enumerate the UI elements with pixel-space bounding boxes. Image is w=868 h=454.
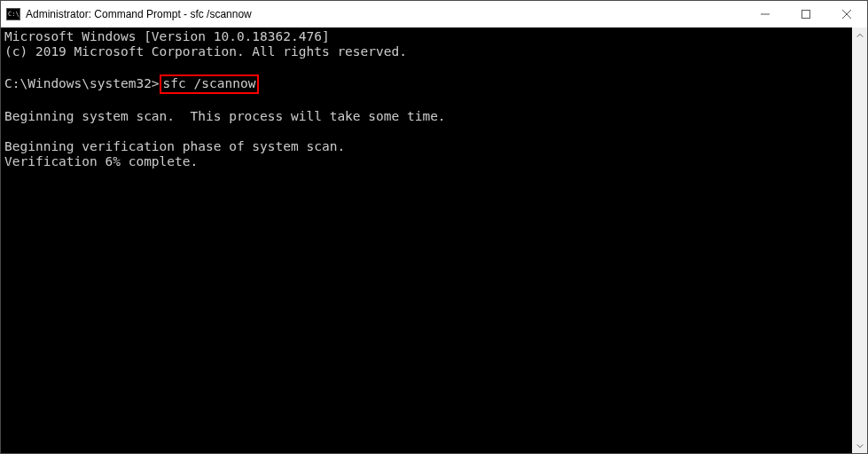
titlebar[interactable]: Administrator: Command Prompt - sfc /sca… — [1, 1, 867, 27]
svg-rect-1 — [802, 11, 810, 19]
client-area: Microsoft Windows [Version 10.0.18362.47… — [1, 27, 867, 453]
window-controls — [745, 1, 867, 27]
chevron-down-icon — [856, 442, 864, 450]
scroll-up-button[interactable] — [852, 27, 867, 43]
maximize-icon — [802, 10, 810, 19]
terminal-output[interactable]: Microsoft Windows [Version 10.0.18362.47… — [1, 27, 852, 453]
scroll-down-button[interactable] — [852, 438, 867, 453]
vertical-scrollbar[interactable] — [852, 27, 867, 453]
highlighted-command: sfc /scannow — [160, 74, 260, 94]
close-icon — [842, 10, 851, 19]
command-text: sfc /scannow — [163, 76, 256, 90]
close-button[interactable] — [826, 1, 867, 27]
output-line: Microsoft Windows [Version 10.0.18362.47… — [4, 29, 330, 43]
cmd-icon — [6, 8, 20, 20]
output-line: Beginning verification phase of system s… — [4, 139, 345, 153]
minimize-icon — [761, 10, 770, 19]
chevron-up-icon — [856, 32, 864, 39]
output-line: (c) 2019 Microsoft Corporation. All righ… — [4, 44, 407, 59]
command-prompt-window: Administrator: Command Prompt - sfc /sca… — [0, 0, 868, 454]
window-title: Administrator: Command Prompt - sfc /sca… — [26, 8, 252, 20]
output-line: Beginning system scan. This process will… — [4, 109, 446, 123]
prompt-prefix: C:\Windows\system32> — [4, 76, 160, 90]
output-line: Verification 6% complete. — [4, 154, 198, 168]
minimize-button[interactable] — [745, 1, 786, 27]
maximize-button[interactable] — [786, 1, 826, 27]
